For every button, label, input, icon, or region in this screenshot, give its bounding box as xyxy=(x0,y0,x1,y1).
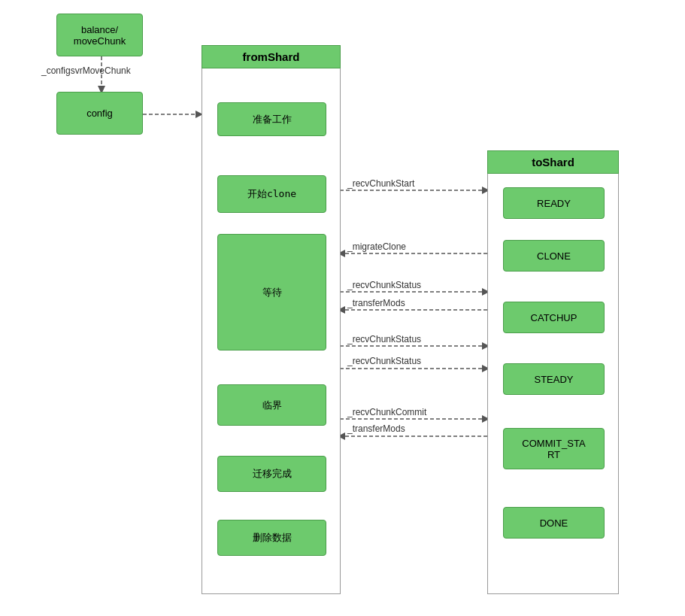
balance-movechunk-label: balance/ moveChunk xyxy=(57,24,142,47)
config-label: _configsvrMoveChunk xyxy=(41,65,131,76)
from-shard-header: fromShard xyxy=(202,45,341,68)
migrate-clone-label: _migrateClone xyxy=(347,241,406,252)
delete-data-box: 删除数据 xyxy=(217,520,326,556)
critical-box: 临界 xyxy=(217,384,326,426)
balance-movechunk-box: balance/ moveChunk xyxy=(56,14,143,56)
steady-box: STEADY xyxy=(503,363,605,395)
config-box: config xyxy=(56,92,143,135)
config-label-text: config xyxy=(86,108,113,119)
recv-chunk-status3-label: _recvChunkStatus xyxy=(347,356,421,366)
ready-box: READY xyxy=(503,187,605,219)
transfer-mods2-label: _transferMods xyxy=(347,423,405,434)
to-shard-column: toShard READY CLONE CATCHUP STEADY COMMI… xyxy=(487,150,619,594)
recv-chunk-status1-label: _recvChunkStatus xyxy=(347,280,421,290)
to-shard-header: toShard xyxy=(487,150,619,174)
prepare-box: 准备工作 xyxy=(217,102,326,136)
commit-start-box: COMMIT_START xyxy=(503,428,605,469)
recv-chunk-commit-label: _recvChunkCommit xyxy=(347,407,426,417)
wait-box: 等待 xyxy=(217,234,326,350)
from-shard-column: fromShard 准备工作 开始clone 等待 临界 迁移完成 删除数据 xyxy=(202,45,341,594)
recv-chunk-status2-label: _recvChunkStatus xyxy=(347,334,421,344)
diagram-container: balance/ moveChunk _configsvrMoveChunk c… xyxy=(0,0,685,616)
done-box: DONE xyxy=(503,507,605,539)
transfer-mods1-label: _transferMods xyxy=(347,298,405,308)
start-clone-box: 开始clone xyxy=(217,175,326,213)
catchup-box: CATCHUP xyxy=(503,302,605,333)
clone-box: CLONE xyxy=(503,240,605,272)
recv-chunk-start-label: _recvChunkStart xyxy=(347,178,414,189)
migration-done-box: 迁移完成 xyxy=(217,456,326,492)
